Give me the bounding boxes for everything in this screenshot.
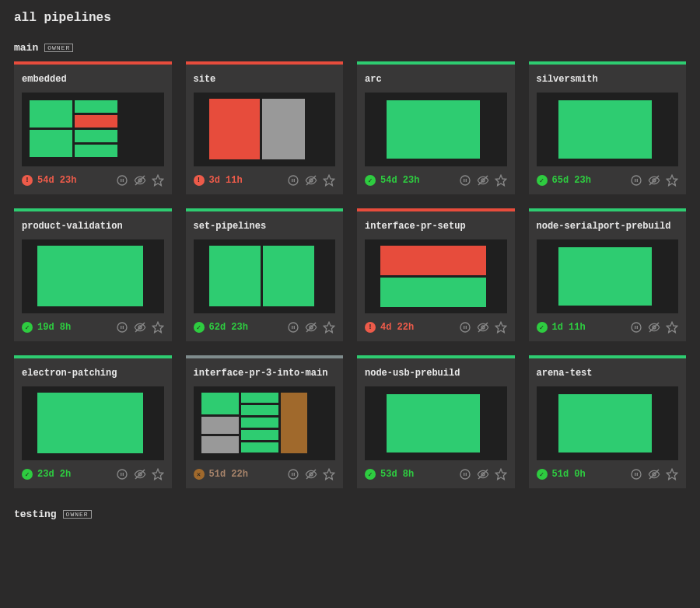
visibility-button[interactable] xyxy=(305,174,317,187)
job-block[interactable] xyxy=(281,393,307,453)
pause-button[interactable] xyxy=(630,174,642,187)
pipeline-card[interactable]: arena-test✓51d 0h xyxy=(529,355,687,488)
job-block[interactable] xyxy=(263,246,314,306)
pause-button[interactable] xyxy=(459,321,471,334)
pipeline-card[interactable]: electron-patching✓23d 2h xyxy=(14,355,172,488)
pause-button[interactable] xyxy=(630,321,642,334)
pause-button[interactable] xyxy=(287,321,299,334)
pause-button[interactable] xyxy=(459,174,471,187)
svg-point-42 xyxy=(632,323,641,332)
job-block[interactable] xyxy=(241,430,278,440)
svg-marker-71 xyxy=(667,469,677,479)
pipeline-card[interactable]: site!3d 11h xyxy=(186,61,344,194)
pipeline-card[interactable]: node-usb-prebuild✓53d 8h xyxy=(357,355,515,488)
pipeline-age: 62d 23h xyxy=(209,322,283,333)
favorite-button[interactable] xyxy=(495,174,507,187)
team-header[interactable]: mainOWNER xyxy=(14,42,686,54)
pipeline-preview[interactable] xyxy=(365,386,507,460)
pipeline-card[interactable]: interface-pr-setup!4d 22h xyxy=(357,208,515,341)
pause-button[interactable] xyxy=(116,468,128,480)
pipeline-card[interactable]: set-pipelines✓62d 23h xyxy=(186,208,344,341)
favorite-button[interactable] xyxy=(666,321,678,334)
pause-button[interactable] xyxy=(287,174,299,187)
pause-button[interactable] xyxy=(630,468,642,480)
favorite-button[interactable] xyxy=(666,468,678,480)
pipeline-card[interactable]: embedded!54d 23h xyxy=(14,61,172,194)
svg-marker-5 xyxy=(152,175,163,185)
job-block[interactable] xyxy=(241,393,278,403)
pipeline-age: 53d 8h xyxy=(380,469,454,480)
visibility-button[interactable] xyxy=(648,174,660,187)
pipeline-preview[interactable] xyxy=(22,239,164,313)
pipeline-card[interactable]: silversmith✓65d 23h xyxy=(529,61,687,194)
pipeline-preview[interactable] xyxy=(365,93,507,166)
svg-marker-17 xyxy=(495,175,506,185)
visibility-button[interactable] xyxy=(134,174,146,187)
pipeline-preview[interactable] xyxy=(537,93,679,166)
job-block[interactable] xyxy=(201,393,239,414)
favorite-button[interactable] xyxy=(323,468,335,480)
pipeline-preview[interactable] xyxy=(537,386,679,460)
job-block[interactable] xyxy=(37,393,143,453)
visibility-button[interactable] xyxy=(477,174,489,187)
job-block[interactable] xyxy=(380,246,486,275)
pause-button[interactable] xyxy=(116,174,128,187)
svg-point-6 xyxy=(289,176,298,185)
star-icon xyxy=(152,468,164,480)
job-block[interactable] xyxy=(75,100,117,113)
favorite-button[interactable] xyxy=(323,321,335,334)
favorite-button[interactable] xyxy=(323,174,335,187)
job-block[interactable] xyxy=(209,246,261,306)
job-block[interactable] xyxy=(201,417,239,434)
favorite-button[interactable] xyxy=(152,468,164,480)
job-block[interactable] xyxy=(380,278,486,307)
visibility-button[interactable] xyxy=(305,321,317,334)
job-block[interactable] xyxy=(558,100,652,159)
pipeline-card[interactable]: interface-pr-3-into-main✕51d 22h xyxy=(186,355,344,488)
pipeline-preview[interactable] xyxy=(194,93,336,166)
job-block[interactable] xyxy=(75,145,117,157)
visibility-button[interactable] xyxy=(305,468,317,480)
pause-button[interactable] xyxy=(287,468,299,480)
pipeline-age: 51d 0h xyxy=(552,469,626,480)
pipeline-preview[interactable] xyxy=(22,93,164,166)
favorite-button[interactable] xyxy=(495,468,507,480)
pause-button[interactable] xyxy=(459,468,471,480)
job-block[interactable] xyxy=(558,247,652,306)
job-block[interactable] xyxy=(209,99,260,159)
pause-button[interactable] xyxy=(116,321,128,334)
visibility-button[interactable] xyxy=(134,468,146,480)
favorite-button[interactable] xyxy=(495,321,507,334)
job-block[interactable] xyxy=(241,442,278,453)
pipeline-card[interactable]: node-serialport-prebuild✓1d 11h xyxy=(529,208,687,341)
pipeline-preview[interactable] xyxy=(194,386,336,460)
job-block[interactable] xyxy=(262,99,305,159)
job-block[interactable] xyxy=(75,130,117,142)
pipeline-preview[interactable] xyxy=(194,239,336,313)
job-block[interactable] xyxy=(37,246,143,306)
job-block[interactable] xyxy=(201,436,239,453)
pipeline-preview[interactable] xyxy=(22,386,164,460)
visibility-button[interactable] xyxy=(477,468,489,480)
job-block[interactable] xyxy=(241,418,278,428)
pipeline-preview[interactable] xyxy=(365,239,507,313)
visibility-button[interactable] xyxy=(134,321,146,334)
visibility-button[interactable] xyxy=(477,321,489,334)
favorite-button[interactable] xyxy=(666,174,678,187)
visibility-button[interactable] xyxy=(648,468,660,480)
star-icon xyxy=(495,174,507,187)
job-block[interactable] xyxy=(558,394,652,453)
pipeline-preview[interactable] xyxy=(537,239,679,313)
job-block[interactable] xyxy=(241,405,278,415)
pipeline-card[interactable]: product-validation✓19d 8h xyxy=(14,208,172,341)
job-block[interactable] xyxy=(75,115,117,128)
pipeline-card[interactable]: arc✓54d 23h xyxy=(357,61,515,194)
visibility-button[interactable] xyxy=(648,321,660,334)
favorite-button[interactable] xyxy=(152,321,164,334)
job-block[interactable] xyxy=(387,100,480,159)
job-block[interactable] xyxy=(30,100,72,128)
job-block[interactable] xyxy=(387,394,480,453)
team-header[interactable]: testingOWNER xyxy=(14,508,686,520)
job-block[interactable] xyxy=(30,130,72,157)
favorite-button[interactable] xyxy=(152,174,164,187)
